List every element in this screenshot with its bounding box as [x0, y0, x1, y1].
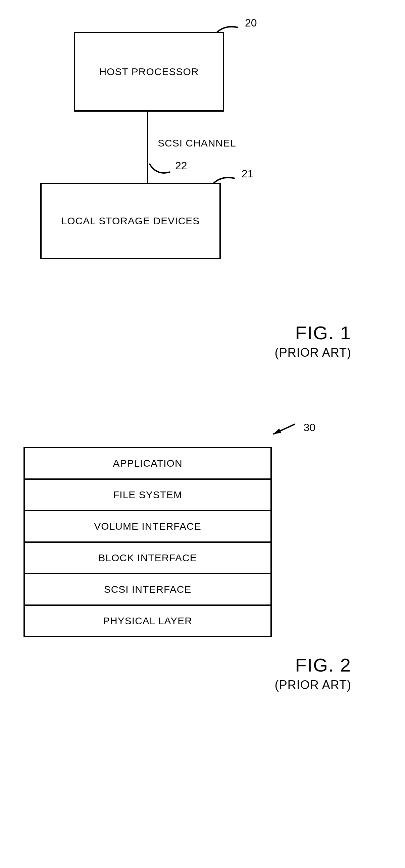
layer-row: APPLICATION: [25, 448, 270, 480]
layer-row: BLOCK INTERFACE: [25, 543, 270, 574]
layer-label: VOLUME INTERFACE: [94, 521, 201, 532]
layer-label: SCSI INTERFACE: [104, 584, 192, 595]
scsi-channel-label: SCSI CHANNEL: [158, 137, 236, 149]
arrow-30-icon: [266, 420, 303, 437]
storage-box: LOCAL STORAGE DEVICES: [40, 183, 221, 259]
layer-label: PHYSICAL LAYER: [103, 615, 192, 627]
leader-22: [148, 163, 175, 178]
figure-2: 30 APPLICATION FILE SYSTEM VOLUME INTERF…: [24, 447, 272, 637]
layer-row: SCSI INTERFACE: [25, 574, 270, 606]
fig2-prior-art: (PRIOR ART): [13, 678, 351, 692]
layer-label: BLOCK INTERFACE: [98, 552, 197, 564]
layer-row: FILE SYSTEM: [25, 480, 270, 511]
scsi-channel-line: [147, 110, 148, 183]
layer-label: FILE SYSTEM: [113, 489, 182, 501]
figure-1: HOST PROCESSOR 20 SCSI CHANNEL 22 LOCAL …: [40, 13, 282, 315]
ref-21: 21: [241, 167, 254, 180]
ref-30: 30: [266, 420, 315, 437]
fig1-caption: FIG. 1: [13, 322, 351, 344]
ref-22: 22: [175, 160, 187, 172]
storage-label: LOCAL STORAGE DEVICES: [61, 215, 200, 227]
layer-stack: APPLICATION FILE SYSTEM VOLUME INTERFACE…: [24, 447, 272, 637]
ref-20: 20: [245, 17, 257, 29]
host-processor-box: HOST PROCESSOR: [74, 32, 224, 112]
fig1-prior-art: (PRIOR ART): [13, 346, 351, 360]
layer-row: PHYSICAL LAYER: [25, 606, 270, 636]
ref-30-text: 30: [303, 422, 315, 434]
svg-marker-1: [273, 429, 281, 434]
layer-label: APPLICATION: [113, 458, 182, 469]
host-processor-label: HOST PROCESSOR: [99, 66, 199, 78]
fig2-caption: FIG. 2: [13, 654, 351, 676]
layer-row: VOLUME INTERFACE: [25, 511, 270, 543]
